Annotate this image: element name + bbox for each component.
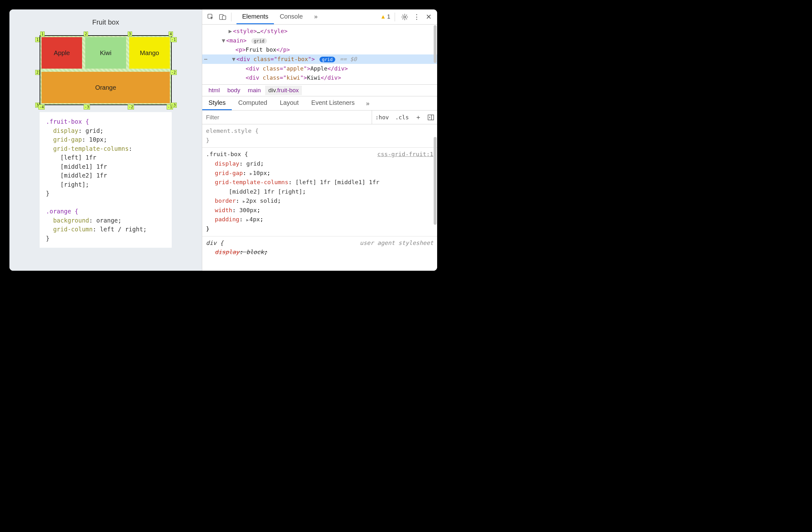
cls-button[interactable]: .cls	[392, 111, 412, 124]
ua-label: user agent stylesheet	[360, 238, 433, 248]
page-title: Fruit box	[92, 18, 119, 26]
svg-line-8	[403, 15, 404, 16]
dom-tree[interactable]: ▶<style>…</style> ▼<main> grid <p>Fruit …	[202, 25, 437, 84]
css-selector-fruitbox: .fruit-box {	[46, 118, 89, 125]
prop-grid-template-columns-cont[interactable]: [middle2] 1fr [right];	[206, 187, 433, 196]
tab-event-listeners[interactable]: Event Listeners	[305, 96, 361, 110]
styles-tabs-more-icon[interactable]: »	[361, 96, 375, 110]
prop-grid-gap[interactable]: grid-gap: ▶10px;	[206, 168, 433, 178]
toggle-panel-icon[interactable]	[424, 111, 437, 124]
rule-source-link[interactable]: css-grid-fruit:1	[377, 150, 433, 159]
tabs-more-icon[interactable]: »	[308, 10, 323, 24]
filter-bar: :hov .cls ＋	[202, 111, 437, 124]
styles-filter-input[interactable]	[202, 111, 372, 124]
css-selector-orange: .orange {	[46, 208, 78, 215]
prop-grid-template-columns[interactable]: grid-template-columns: [left] 1fr [middl…	[206, 178, 433, 187]
styles-pane[interactable]: element.style { } .fruit-box { css-grid-…	[202, 124, 437, 271]
rule-fruit-box[interactable]: .fruit-box { css-grid-fruit:1 display: g…	[202, 148, 437, 236]
grid-num-top-1: 1	[40, 31, 45, 37]
scrollbar[interactable]	[434, 137, 436, 225]
crumb-selected[interactable]: div.fruit-box	[265, 86, 302, 95]
prop-padding[interactable]: padding: ▶4px;	[206, 215, 433, 224]
grid-num-bot-2: -3	[84, 104, 90, 110]
cell-mango[interactable]: Mango	[129, 37, 170, 69]
styles-tabs: Styles Computed Layout Event Listeners »	[202, 96, 437, 111]
devtools-window: Fruit box Apple Kiwi Mango Orange 1 2 3 …	[10, 10, 437, 271]
ua-selector: div {	[206, 238, 223, 248]
svg-line-10	[403, 18, 404, 19]
device-toggle-icon[interactable]	[217, 12, 228, 22]
grid-num-left-1: 1	[35, 37, 40, 42]
grid-badge-active[interactable]: grid	[320, 57, 335, 62]
rule-close: }	[206, 225, 209, 232]
ua-prop-display: display: block;	[206, 248, 433, 257]
grid-badge[interactable]: grid	[251, 38, 267, 44]
css-close-1: }	[46, 190, 49, 197]
cell-orange[interactable]: Orange	[42, 72, 170, 103]
kebab-icon[interactable]: ⋮	[411, 12, 422, 22]
dom-line[interactable]: <div class="apple">Apple</div>	[202, 64, 437, 73]
svg-line-9	[406, 18, 407, 19]
grid-num-bot-1: -4	[38, 104, 45, 110]
rule-selector[interactable]: .fruit-box {	[206, 150, 248, 159]
tab-computed[interactable]: Computed	[232, 96, 273, 110]
dom-line[interactable]: <div class="kiwi">Kiwi</div>	[202, 73, 437, 83]
devtools-panel: Elements Console » ▲ 1 ⋮ ✕ ▶<style>…</st…	[202, 10, 437, 271]
warning-count: 1	[387, 14, 390, 20]
prop-border[interactable]: border: ▶2px solid;	[206, 196, 433, 206]
scrollbar[interactable]	[434, 25, 436, 63]
grid-num-top-3: 3	[128, 31, 132, 37]
dom-line[interactable]: <p>Fruit box</p>	[202, 45, 437, 54]
grid-num-right-2: -2	[171, 70, 177, 75]
warning-badge[interactable]: ▲ 1	[380, 14, 390, 20]
fruit-box-grid[interactable]: Apple Kiwi Mango Orange	[40, 35, 172, 105]
hov-button[interactable]: :hov	[372, 111, 392, 124]
tab-layout[interactable]: Layout	[274, 96, 305, 110]
dom-line[interactable]: ▶<style>…</style>	[202, 26, 437, 36]
rule-element-style[interactable]: element.style { }	[202, 124, 437, 148]
svg-marker-14	[429, 116, 430, 118]
grid-overlay-wrap: Apple Kiwi Mango Orange 1 2 3 4 1 2 3 -1…	[37, 32, 175, 108]
rule-close: }	[206, 137, 209, 143]
grid-num-top-2: 2	[84, 31, 88, 37]
gear-icon[interactable]	[400, 12, 410, 22]
element-style-label: element.style {	[206, 127, 259, 134]
tab-elements[interactable]: Elements	[236, 10, 274, 24]
tab-styles[interactable]: Styles	[202, 96, 232, 110]
css-close-2: }	[46, 235, 49, 242]
sample-css-code: .fruit-box { display: grid; grid-gap: 10…	[40, 112, 172, 248]
close-icon[interactable]: ✕	[423, 12, 434, 22]
cell-kiwi[interactable]: Kiwi	[85, 37, 126, 69]
svg-line-11	[406, 15, 407, 16]
svg-rect-2	[222, 16, 226, 19]
cell-apple[interactable]: Apple	[42, 37, 82, 69]
new-style-rule-icon[interactable]: ＋	[412, 111, 424, 124]
crumb-body[interactable]: body	[224, 86, 243, 95]
svg-rect-12	[428, 115, 434, 120]
grid-num-bot-3: -2	[128, 104, 134, 110]
tab-console[interactable]: Console	[274, 10, 308, 24]
breadcrumb: html body main div.fruit-box	[202, 84, 437, 96]
crumb-main[interactable]: main	[245, 86, 264, 95]
prop-width[interactable]: width: 300px;	[206, 206, 433, 215]
grid-num-left-2: 2	[35, 70, 40, 75]
svg-point-3	[404, 16, 406, 18]
grid-num-top-4: 4	[169, 31, 173, 37]
dom-line-selected[interactable]: ⋯ ▼<div class="fruit-box"> grid == $0	[202, 54, 437, 64]
rule-user-agent[interactable]: div { user agent stylesheet display: blo…	[202, 236, 437, 260]
devtools-toolbar: Elements Console » ▲ 1 ⋮ ✕	[202, 10, 437, 25]
inspect-icon[interactable]	[205, 12, 216, 22]
crumb-html[interactable]: html	[205, 86, 223, 95]
warning-icon: ▲	[380, 14, 386, 20]
page-viewport: Fruit box Apple Kiwi Mango Orange 1 2 3 …	[10, 10, 202, 271]
prop-display[interactable]: display: grid;	[206, 159, 433, 168]
grid-num-right-1: -1	[171, 37, 177, 42]
grid-num-bot-4: -1	[167, 104, 173, 110]
dom-line[interactable]: ▼<main> grid	[202, 36, 437, 45]
dom-eq0: == $0	[336, 56, 357, 62]
